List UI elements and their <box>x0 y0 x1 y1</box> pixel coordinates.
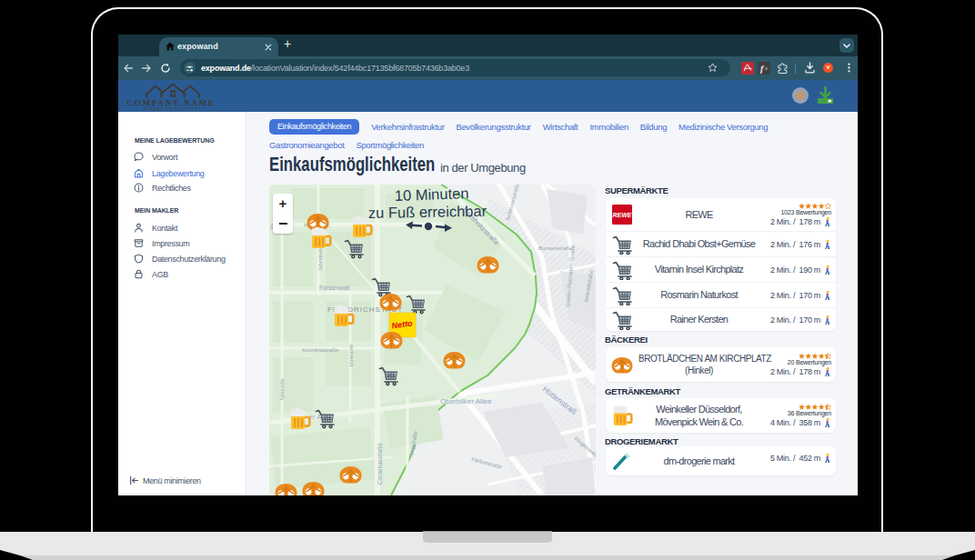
svg-text:10 Minuten: 10 Minuten <box>394 185 468 204</box>
svg-text:REWE: REWE <box>613 212 632 218</box>
svg-text:Oberbilker Allee: Oberbilker Allee <box>440 397 492 405</box>
svg-text:zu Fuß erreichbar: zu Fuß erreichbar <box>368 203 488 221</box>
svg-text:Jahnstraße: Jahnstraße <box>317 245 323 271</box>
svg-text:Mintropstr: Mintropstr <box>348 344 354 366</box>
svg-text:Corneliusstraße: Corneliusstraße <box>377 443 383 485</box>
svg-text:Fürstenwall: Fürstenwall <box>319 285 350 291</box>
svg-text:Talstraße: Talstraße <box>279 378 285 401</box>
svg-text:Kirchfeldstraße: Kirchfeldstraße <box>302 347 339 353</box>
svg-text:Bunsenstraße: Bunsenstraße <box>538 245 573 251</box>
